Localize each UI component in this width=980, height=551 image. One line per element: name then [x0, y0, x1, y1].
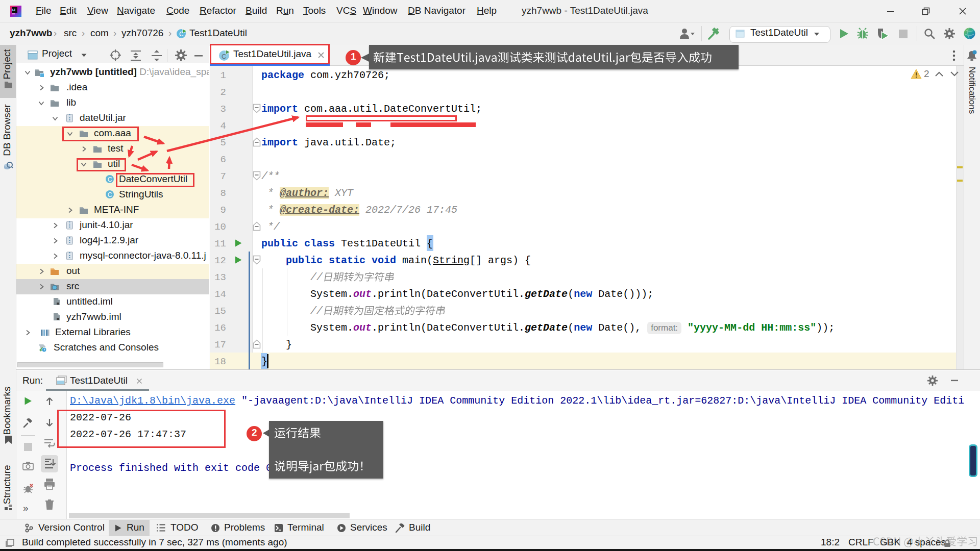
svg-text:C: C: [222, 53, 226, 60]
